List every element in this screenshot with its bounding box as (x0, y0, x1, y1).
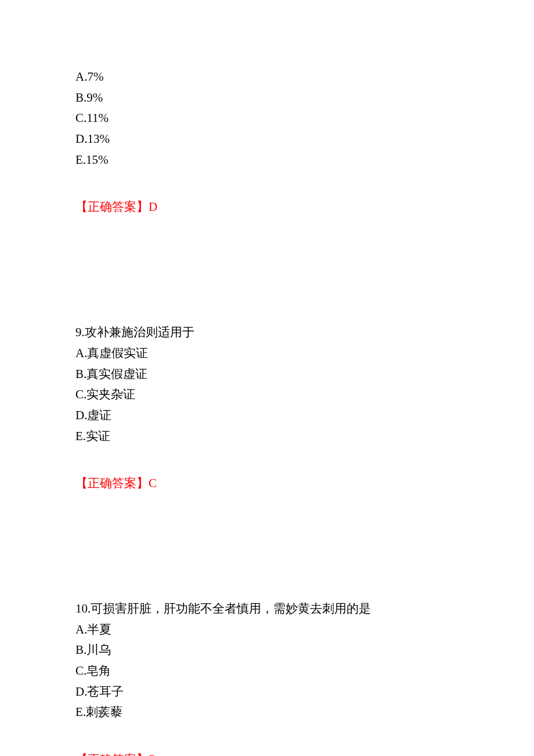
answer-line: 【正确答案】D (75, 750, 534, 756)
question-stem-text: 攻补兼施治则适用于 (85, 325, 194, 339)
answer-value: D (149, 753, 157, 756)
option-label: C. (75, 111, 86, 125)
option-label: E. (75, 705, 86, 719)
option-line: C.实夹杂证 (75, 384, 534, 405)
option-line: C.11% (75, 108, 534, 129)
option-label: A. (75, 622, 87, 636)
question-stem-text: 可损害肝脏，肝功能不全者慎用，需妙黄去刺用的是 (91, 602, 371, 615)
question-block: 10.可损害肝脏，肝功能不全者慎用，需妙黄去刺用的是 A.半夏 B.川乌 C.皂… (75, 599, 534, 756)
option-text: 15% (86, 153, 109, 167)
option-line: A.真虚假实证 (75, 343, 534, 364)
option-text: 半夏 (87, 622, 111, 636)
option-label: C. (75, 664, 86, 678)
option-text: 刺蒺藜 (86, 705, 122, 719)
option-text: 11% (86, 111, 109, 125)
answer-label: 【正确答案】 (75, 753, 149, 756)
question-number: 9. (75, 325, 85, 339)
option-text: 9% (86, 91, 103, 105)
option-text: 皂角 (86, 664, 111, 678)
option-text: 7% (87, 70, 103, 84)
option-text: 真实假虚证 (86, 367, 147, 381)
option-text: 实夹杂证 (86, 387, 135, 401)
option-label: E. (75, 429, 86, 443)
option-line: D.苍耳子 (75, 682, 534, 703)
answer-value: D (149, 200, 157, 214)
answer-label: 【正确答案】 (75, 200, 149, 214)
option-line: E.实证 (75, 426, 534, 447)
option-text: 苍耳子 (87, 685, 124, 699)
option-label: D. (75, 408, 87, 422)
option-label: C. (75, 387, 86, 401)
option-label: E. (75, 153, 86, 167)
option-label: A. (75, 70, 87, 84)
option-text: 川乌 (86, 643, 111, 657)
option-line: E.15% (75, 150, 534, 171)
option-text: 实证 (86, 429, 110, 443)
answer-value: C (149, 476, 157, 490)
option-line: B.9% (75, 88, 534, 109)
answer-line: 【正确答案】C (75, 473, 534, 494)
question-block: 9.攻补兼施治则适用于 A.真虚假实证 B.真实假虚证 C.实夹杂证 D.虚证 … (75, 322, 534, 494)
option-label: A. (75, 346, 87, 360)
option-text: 真虚假实证 (87, 346, 148, 360)
option-line: A.半夏 (75, 620, 534, 640)
option-label: B. (75, 643, 86, 657)
option-label: D. (75, 685, 87, 699)
answer-line: 【正确答案】D (75, 197, 534, 218)
question-number: 10. (75, 602, 91, 615)
question-stem: 9.攻补兼施治则适用于 (75, 322, 534, 343)
answer-label: 【正确答案】 (75, 476, 149, 490)
option-line: E.刺蒺藜 (75, 702, 534, 723)
option-line: A.7% (75, 67, 534, 88)
option-label: B. (75, 91, 86, 105)
option-label: D. (75, 132, 87, 146)
option-line: D.虚证 (75, 405, 534, 426)
option-text: 虚证 (87, 408, 111, 422)
option-line: B.真实假虚证 (75, 364, 534, 385)
option-text: 13% (87, 132, 110, 146)
question-stem: 10.可损害肝脏，肝功能不全者慎用，需妙黄去刺用的是 (75, 599, 534, 620)
option-line: D.13% (75, 129, 534, 150)
option-label: B. (75, 367, 86, 381)
question-block: A.7% B.9% C.11% D.13% E.15% 【正确答案】D (75, 67, 534, 218)
option-line: C.皂角 (75, 661, 534, 682)
option-line: B.川乌 (75, 640, 534, 661)
